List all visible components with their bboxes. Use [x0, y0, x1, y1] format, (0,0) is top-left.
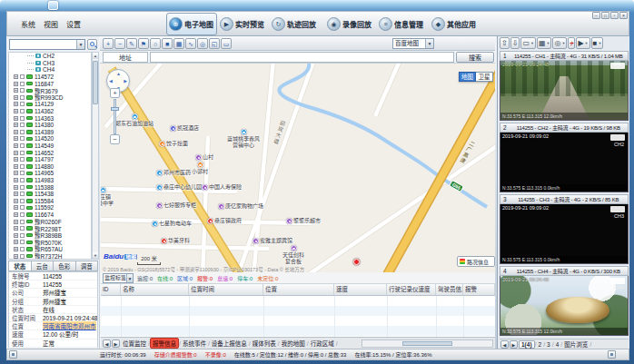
video-tab-2[interactable]: 2 — [537, 341, 544, 348]
map-provider-select[interactable]: 百度地图 ▼ — [392, 38, 434, 49]
device-checkbox[interactable] — [20, 233, 25, 238]
map-poi[interactable]: 桑庄镇政府 — [207, 218, 242, 224]
device-checkbox[interactable] — [20, 74, 25, 79]
video-frame[interactable]: 2019-09-21 09:24:48N:33.575 E:113.315 12… — [500, 61, 629, 121]
mute-button[interactable]: ♪ — [568, 37, 575, 49]
expander-icon[interactable]: + — [14, 220, 18, 224]
column-header[interactable]: 位置 — [263, 284, 334, 295]
expander-icon[interactable]: + — [14, 185, 18, 190]
expander-icon[interactable]: + — [14, 102, 18, 106]
message-button[interactable]: ▭ — [221, 38, 232, 49]
device-checkbox[interactable] — [20, 109, 25, 113]
stop-button[interactable]: ■▼ — [591, 37, 604, 49]
video-cell-4[interactable]: 4114255 - CH4 - 主码流 - 4G - 0 KB/S / 300 … — [500, 266, 629, 337]
monitor-tab-6[interactable]: 我的地图 — [280, 339, 307, 348]
monitor-tab-3[interactable]: 系统事件 — [181, 339, 208, 348]
split-screen-button[interactable]: ▭▼ — [520, 37, 536, 49]
polyline-tool-button[interactable]: ∿ — [185, 38, 196, 49]
chevron-down-icon[interactable]: ▼ — [425, 39, 433, 48]
talk-button[interactable]: ⇧ — [500, 37, 510, 49]
tree-device-item[interactable]: +114362 — [9, 108, 91, 115]
video-cell-3[interactable]: 3114255 - CH3 - 主码流 - 4G - 2 KB/S / 85 K… — [500, 194, 629, 265]
map-poi[interactable]: 饺子烩面 — [159, 141, 188, 147]
tab-live-preview[interactable]: ▶实时预览 — [218, 13, 269, 35]
zoom-in-button[interactable]: + — [103, 38, 114, 49]
device-tree[interactable]: CH2CH3CH4+114572+116847+豫R3679+豫R993CD+1… — [8, 52, 92, 260]
map-search-button[interactable]: 搜索 — [456, 52, 494, 63]
monitor-tab-5[interactable]: 媒体列表 — [251, 339, 278, 348]
device-info-tab-2[interactable]: 云台 — [32, 261, 54, 271]
device-checkbox[interactable] — [20, 88, 25, 93]
map-poi[interactable]: 蓝城桃李春风 营销中心 — [227, 129, 260, 148]
device-search-input[interactable] — [10, 40, 76, 49]
scrollbar-thumb[interactable] — [402, 341, 452, 346]
expander-icon[interactable]: + — [14, 212, 18, 217]
tab-track-playback[interactable]: ↻轨迹回放 — [270, 13, 321, 35]
traffic-info-button[interactable]: 路况信息 — [457, 256, 495, 267]
scroll-down-icon[interactable]: ▼ — [93, 252, 98, 259]
tab-video-playback[interactable]: ◉录像回放 — [325, 13, 376, 35]
tree-device-item[interactable]: +豫R993CD — [9, 94, 91, 102]
chevron-down-icon[interactable]: ▼ — [561, 41, 565, 45]
column-header[interactable]: ID — [101, 284, 121, 295]
device-checkbox[interactable] — [20, 82, 25, 86]
expander-icon[interactable]: + — [14, 143, 18, 148]
expander-icon[interactable]: + — [14, 95, 18, 100]
restore-button[interactable]: □ — [601, 12, 609, 19]
map-type-satellite[interactable]: 卫星 — [476, 72, 493, 82]
device-checkbox[interactable] — [20, 102, 25, 106]
tree-device-item[interactable]: +114549 — [9, 143, 91, 150]
map-poi[interactable]: 郑东石油加油站 — [115, 113, 154, 127]
video-cell-1[interactable]: 1114255 - CH1 - 主码流 - 4G - 31 KB/S / 1.0… — [500, 51, 629, 122]
tree-device-item[interactable]: +豫R7372H — [9, 252, 91, 260]
expander-icon[interactable]: + — [14, 109, 18, 113]
device-checkbox[interactable] — [20, 247, 25, 251]
tree-device-item[interactable]: +114389 — [9, 129, 91, 136]
device-checkbox[interactable] — [20, 136, 25, 141]
video-frame[interactable]: 2019-09-21 09:24:48CH4N:33.575 E:113.315… — [500, 276, 629, 336]
map-poi[interactable]: 唐亿家购物广场 — [218, 203, 263, 210]
map-poi[interactable]: 天佳创科 复合板 — [282, 245, 304, 264]
map-poi[interactable]: 蜜雅主题宾馆 — [253, 238, 292, 244]
scrollbar-thumb[interactable] — [93, 61, 98, 104]
column-header[interactable]: 位置时间 — [189, 284, 263, 295]
device-checkbox[interactable] — [20, 240, 25, 244]
tree-device-item[interactable]: +114380 — [9, 122, 91, 129]
tree-device-item[interactable]: +115388 — [9, 183, 91, 191]
monitor-tab-7[interactable]: 行政区域 — [309, 339, 336, 348]
device-checkbox[interactable] — [20, 116, 25, 121]
map-poi[interactable]: 七星豹电动车 — [152, 221, 192, 227]
device-info-tab-1[interactable]: 状态 — [8, 261, 32, 271]
expander-icon[interactable]: + — [14, 233, 18, 238]
video-frame[interactable]: 2019-09-21 09:09:02CH3N:33.575 E:113.315… — [500, 204, 629, 264]
draw-button[interactable]: ✎ — [126, 38, 137, 49]
snapshot-button[interactable]: ◎▼ — [552, 37, 567, 49]
expander-icon[interactable]: + — [14, 136, 18, 141]
device-checkbox[interactable] — [20, 199, 25, 203]
tree-channel-item[interactable]: CH4 — [9, 66, 91, 74]
map-zoom-in-button[interactable]: + — [110, 88, 120, 98]
device-checkbox[interactable] — [20, 123, 25, 127]
expander-icon[interactable]: + — [14, 130, 18, 134]
column-header[interactable]: 名称 — [121, 284, 189, 295]
column-header[interactable]: 速度 — [334, 284, 387, 295]
map-type-map[interactable]: 地图 — [459, 72, 476, 82]
map-poi[interactable]: 桑庄镇 初级中学 — [101, 187, 114, 206]
video-cell-2[interactable]: 2114255 - CH2 - 主码流 - 4G - 19 KB/S / 98 … — [500, 123, 629, 193]
expander-icon[interactable]: + — [14, 74, 18, 79]
expander-icon[interactable]: + — [14, 123, 18, 127]
chevron-down-icon[interactable]: ▼ — [547, 41, 550, 45]
device-checkbox[interactable] — [20, 205, 25, 210]
column-header[interactable]: 报警 — [463, 284, 495, 295]
expander-icon[interactable]: + — [14, 171, 18, 175]
device-checkbox[interactable] — [20, 212, 25, 217]
device-checkbox[interactable] — [20, 192, 25, 196]
monitor-table-body[interactable] — [101, 296, 496, 337]
zoom-out-button[interactable]: − — [114, 38, 125, 49]
pan-east-icon[interactable]: ▶ — [124, 78, 127, 84]
device-checkbox[interactable] — [20, 143, 25, 148]
tab-electronic-map[interactable]: ⊕电子地图 — [166, 13, 217, 35]
pan-north-icon[interactable]: ▲ — [116, 71, 121, 76]
video-frame[interactable]: 2019-09-21 09:09:02CH2N:33.575 E:113.315… — [500, 133, 629, 192]
expander-icon[interactable]: + — [14, 205, 18, 210]
